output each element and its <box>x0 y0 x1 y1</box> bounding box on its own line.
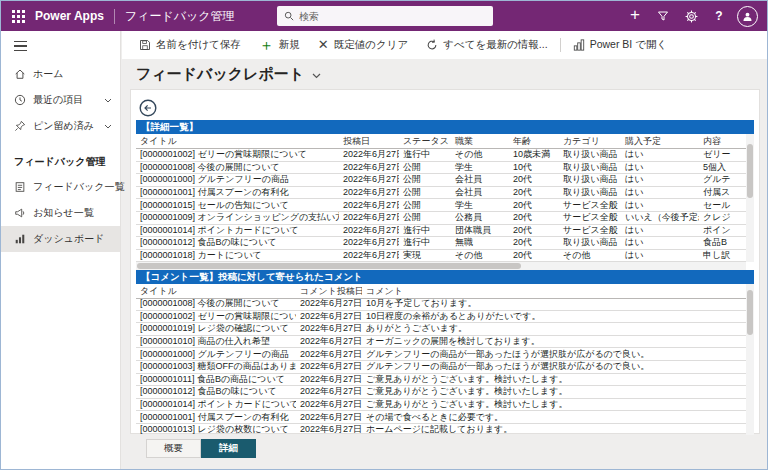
table-row[interactable]: [0000001002] ゼリーの賞味期限について2022年6月27日10日程度… <box>136 311 746 324</box>
column-header[interactable]: ステータス <box>399 134 451 148</box>
sidebar-item-label: 最近の項目 <box>33 93 83 107</box>
column-header[interactable]: コメント <box>362 284 746 298</box>
table-row[interactable]: [0000001003] 糖類OFFの商品はありますか？2022年6月27日グル… <box>136 361 746 374</box>
scrollbar-thumb[interactable] <box>747 290 753 335</box>
table-row[interactable]: [0000001011] 食品Bの商品について2022年6月27日ご意見ありがと… <box>136 374 746 387</box>
table-cell: ありがとうございます。 <box>362 323 746 335</box>
table-cell: 2022年6月27日 <box>296 323 362 335</box>
table-cell: 学生 <box>451 162 509 174</box>
form-list-icon <box>14 181 26 193</box>
table-row[interactable]: [0000001019] レジ袋の確認について2022年6月27日ありがとうござ… <box>136 323 746 336</box>
table-row[interactable]: [0000001000] グルテンフリーの商品2022年6月27日グルテンフリー… <box>136 348 746 361</box>
table-cell: 2022年6月27日 <box>339 174 399 186</box>
new-button[interactable]: ＋ 新規 <box>250 31 309 59</box>
save-as-button[interactable]: 名前を付けて保存 <box>130 31 250 59</box>
column-header[interactable]: 職業 <box>451 134 509 148</box>
table-cell: 2022年6月27日 <box>296 399 362 411</box>
table-cell: [0000001001] 付属スプーンの有利化 <box>136 187 339 199</box>
table-row[interactable]: [0000001010] 商品の仕入れ希望2022年6月27日オーガニックの展開… <box>136 336 746 349</box>
sidebar-item-label: フィードバック一覧 <box>33 180 124 194</box>
details-vertical-scrollbar[interactable] <box>746 134 754 262</box>
sidebar-item-label: お知らせ一覧 <box>33 206 94 220</box>
clear-defaults-button[interactable]: ✕ 既定値のクリア <box>309 31 417 59</box>
app-name[interactable]: Power Apps <box>35 9 104 23</box>
sidebar-item-home[interactable]: ホーム <box>1 61 120 87</box>
table-cell: サービス全般 <box>559 212 621 224</box>
clear-defaults-label: 既定値のクリア <box>334 38 408 52</box>
table-cell: 取り扱い商品 <box>559 237 621 249</box>
table-cell: ご意見ありがとうございます。検討いたします。 <box>362 386 746 398</box>
column-header[interactable]: タイトル <box>136 284 296 298</box>
back-button[interactable] <box>139 99 157 117</box>
table-cell: グルテンフリーの商品が一部あったほうが選択肢が広がるので良い。 <box>362 348 746 360</box>
column-header[interactable]: 購入予定 <box>621 134 699 148</box>
table-row[interactable]: [0000001008] 今後の展開について2022年6月27日公開学生10代取… <box>136 162 746 175</box>
bottom-tab-strip: 概要 詳細 <box>130 438 757 458</box>
table-cell: 2022年6月27日 <box>296 374 362 386</box>
settings-gear-icon[interactable] <box>677 1 705 31</box>
comments-vertical-scrollbar[interactable] <box>746 284 754 435</box>
filter-icon[interactable] <box>649 1 677 31</box>
table-cell: 2022年6月27日 <box>339 212 399 224</box>
table-cell: 公務員 <box>451 212 509 224</box>
table-cell: 20代 <box>509 225 559 237</box>
sidebar-item-dashboard[interactable]: ダッシュボード <box>1 226 120 252</box>
column-header[interactable]: 投稿日 <box>339 134 399 148</box>
table-row[interactable]: [0000001012] 食品Bの味について2022年6月27日進行中無職20代… <box>136 237 746 250</box>
user-avatar[interactable] <box>737 6 758 27</box>
table-row[interactable]: [0000001002] ゼリーの賞味期限について2022年6月27日進行中その… <box>136 149 746 162</box>
column-header[interactable]: 内容 <box>699 134 746 148</box>
table-row[interactable]: [0000001001] 付属スプーンの有利化2022年6月27日その場で食べる… <box>136 411 746 424</box>
table-row[interactable]: [0000001012] 食品Bの味について2022年6月27日ご意見ありがとう… <box>136 386 746 399</box>
table-cell: 会社員 <box>451 187 509 199</box>
column-header[interactable]: 年齢 <box>509 134 559 148</box>
table-cell: [0000001011] 食品Bの商品について <box>136 374 296 386</box>
table-row[interactable]: [0000001008] 今後の展開について2022年6月27日10月を予定して… <box>136 298 746 311</box>
refresh-all-button[interactable]: すべてを最新の情報... <box>417 31 556 59</box>
table-cell: オーガニックの展開を検討しております。 <box>362 336 746 348</box>
table-row[interactable]: [0000001015] セールの告知について2022年6月27日公開学生20代… <box>136 199 746 212</box>
search-box[interactable] <box>277 6 493 26</box>
command-separator <box>560 38 561 52</box>
search-input[interactable] <box>299 11 486 22</box>
help-icon[interactable]: ? <box>705 1 733 31</box>
column-header[interactable]: タイトル <box>136 134 339 148</box>
table-cell: 会社員 <box>451 174 509 186</box>
title-chevron-down-icon[interactable] <box>312 70 321 79</box>
report-canvas: 【詳細一覧】 タイトル投稿日ステータス職業年齢カテゴリ購入予定内容 [00000… <box>130 89 760 434</box>
table-cell: 2022年6月27日 <box>296 411 362 423</box>
column-header[interactable]: カテゴリ <box>559 134 621 148</box>
table-row[interactable]: [0000001014] ポイントカードについて2022年6月27日ご意見ありが… <box>136 399 746 412</box>
table-row[interactable]: [0000001009] オンラインショッピングの支払い方法について2022年6… <box>136 212 746 225</box>
open-power-bi-button[interactable]: Power BI で開く <box>564 31 677 59</box>
add-icon[interactable]: + <box>621 1 649 31</box>
details-horizontal-scrollbar[interactable] <box>136 262 746 270</box>
scrollbar-thumb[interactable] <box>137 263 521 269</box>
table-cell: 2022年6月27日 <box>339 199 399 211</box>
table-cell: 2022年6月27日 <box>296 386 362 398</box>
tab-overview[interactable]: 概要 <box>146 439 201 458</box>
sidebar-item-label: ホーム <box>33 67 63 81</box>
sidebar-item-pinned[interactable]: ピン留め済み <box>1 113 120 139</box>
table-row[interactable]: [0000001013] レジ袋の枚数について2022年6月27日ホームページに… <box>136 424 746 435</box>
table-row[interactable]: [0000001014] ポイントカードについて2022年6月27日進行中団体職… <box>136 225 746 238</box>
table-cell: はい <box>621 149 699 161</box>
tab-details[interactable]: 詳細 <box>201 439 256 458</box>
table-row[interactable]: [0000001018] カートについて2022年6月27日実現その他20代その… <box>136 250 746 262</box>
table-cell: ご意見ありがとうございます。検討いたします。 <box>362 374 746 386</box>
table-row[interactable]: [0000001000] グルテンフリーの商品2022年6月27日公開会社員20… <box>136 174 746 187</box>
table-cell: [0000001012] 食品Bの味について <box>136 237 339 249</box>
app-title: フィードバック管理 <box>125 8 235 25</box>
comments-table-body: [0000001008] 今後の展開について2022年6月27日10月を予定して… <box>136 298 746 435</box>
hamburger-menu-icon[interactable] <box>1 31 120 61</box>
app-launcher-icon[interactable] <box>1 1 35 31</box>
sidebar-item-notice-list[interactable]: お知らせ一覧 <box>1 200 120 226</box>
table-cell: 10歳未満 <box>509 149 559 161</box>
announcement-icon <box>14 207 26 219</box>
table-row[interactable]: [0000001001] 付属スプーンの有利化2022年6月27日公開会社員20… <box>136 187 746 200</box>
sidebar-item-feedback-list[interactable]: フィードバック一覧 <box>1 174 120 200</box>
scrollbar-thumb[interactable] <box>747 144 753 198</box>
column-header[interactable]: コメント投稿日 <box>296 284 362 298</box>
table-cell: 2022年6月27日 <box>339 250 399 262</box>
sidebar-item-recent[interactable]: 最近の項目 <box>1 87 120 113</box>
